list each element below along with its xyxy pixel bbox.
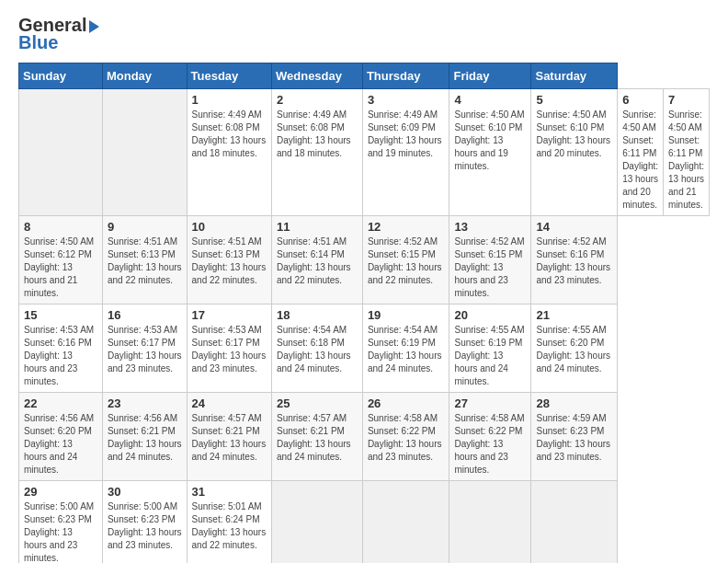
calendar-cell: 14Sunrise: 4:52 AMSunset: 6:16 PMDayligh… bbox=[531, 216, 618, 304]
calendar-cell bbox=[271, 481, 362, 564]
day-number: 22 bbox=[24, 396, 97, 410]
day-number: 7 bbox=[668, 93, 704, 107]
day-number: 25 bbox=[277, 396, 358, 410]
day-info: Sunrise: 4:50 AMSunset: 6:12 PMDaylight:… bbox=[24, 236, 97, 300]
day-number: 31 bbox=[192, 485, 267, 499]
day-info: Sunrise: 4:50 AMSunset: 6:10 PMDaylight:… bbox=[454, 109, 526, 173]
calendar-cell: 10Sunrise: 4:51 AMSunset: 6:13 PMDayligh… bbox=[187, 216, 271, 304]
day-number: 13 bbox=[454, 220, 526, 234]
day-number: 21 bbox=[536, 308, 612, 322]
day-number: 29 bbox=[24, 485, 97, 499]
day-info: Sunrise: 4:50 AMSunset: 6:11 PMDaylight:… bbox=[622, 109, 658, 212]
calendar-cell: 23Sunrise: 4:56 AMSunset: 6:21 PMDayligh… bbox=[102, 393, 187, 481]
day-info: Sunrise: 4:57 AMSunset: 6:21 PMDaylight:… bbox=[277, 412, 358, 464]
calendar-cell: 6Sunrise: 4:50 AMSunset: 6:11 PMDaylight… bbox=[618, 89, 664, 216]
calendar-cell: 19Sunrise: 4:54 AMSunset: 6:19 PMDayligh… bbox=[362, 304, 449, 393]
day-info: Sunrise: 4:49 AMSunset: 6:09 PMDaylight:… bbox=[368, 109, 445, 160]
day-number: 16 bbox=[108, 308, 182, 322]
day-info: Sunrise: 4:58 AMSunset: 6:22 PMDaylight:… bbox=[368, 412, 445, 464]
day-number: 23 bbox=[108, 396, 182, 410]
day-number: 26 bbox=[368, 396, 445, 410]
day-number: 9 bbox=[108, 220, 182, 234]
day-info: Sunrise: 4:49 AMSunset: 6:08 PMDaylight:… bbox=[192, 109, 267, 160]
day-number: 5 bbox=[536, 93, 612, 107]
calendar-cell: 29Sunrise: 5:00 AMSunset: 6:23 PMDayligh… bbox=[19, 481, 103, 564]
calendar-cell bbox=[449, 481, 531, 564]
day-number: 11 bbox=[277, 220, 358, 234]
day-number: 19 bbox=[368, 308, 445, 322]
calendar-cell: 17Sunrise: 4:53 AMSunset: 6:17 PMDayligh… bbox=[187, 304, 271, 393]
day-number: 28 bbox=[536, 396, 612, 410]
calendar-cell: 16Sunrise: 4:53 AMSunset: 6:17 PMDayligh… bbox=[102, 304, 187, 393]
calendar-table: SundayMondayTuesdayWednesdayThursdayFrid… bbox=[18, 63, 710, 563]
logo: General Blue bbox=[18, 15, 99, 53]
calendar-header-row: SundayMondayTuesdayWednesdayThursdayFrid… bbox=[19, 63, 710, 89]
day-info: Sunrise: 4:51 AMSunset: 6:14 PMDaylight:… bbox=[277, 236, 358, 287]
calendar-cell: 28Sunrise: 4:59 AMSunset: 6:23 PMDayligh… bbox=[531, 393, 618, 481]
day-number: 12 bbox=[368, 220, 445, 234]
day-info: Sunrise: 4:54 AMSunset: 6:18 PMDaylight:… bbox=[277, 324, 358, 375]
day-info: Sunrise: 4:50 AMSunset: 6:10 PMDaylight:… bbox=[536, 109, 612, 160]
calendar-cell: 22Sunrise: 4:56 AMSunset: 6:20 PMDayligh… bbox=[19, 393, 103, 481]
calendar-cell: 8Sunrise: 4:50 AMSunset: 6:12 PMDaylight… bbox=[19, 216, 103, 304]
calendar-week-row: 8Sunrise: 4:50 AMSunset: 6:12 PMDaylight… bbox=[19, 216, 710, 304]
weekday-header-sunday: Sunday bbox=[19, 63, 103, 89]
day-number: 8 bbox=[24, 220, 97, 234]
calendar-cell: 20Sunrise: 4:55 AMSunset: 6:19 PMDayligh… bbox=[449, 304, 531, 393]
calendar-cell: 3Sunrise: 4:49 AMSunset: 6:09 PMDaylight… bbox=[362, 89, 449, 216]
day-number: 6 bbox=[622, 93, 658, 107]
calendar-week-row: 1Sunrise: 4:49 AMSunset: 6:08 PMDaylight… bbox=[19, 89, 710, 216]
calendar-cell: 24Sunrise: 4:57 AMSunset: 6:21 PMDayligh… bbox=[187, 393, 271, 481]
day-info: Sunrise: 4:53 AMSunset: 6:17 PMDaylight:… bbox=[192, 324, 267, 375]
calendar-cell: 13Sunrise: 4:52 AMSunset: 6:15 PMDayligh… bbox=[449, 216, 531, 304]
logo-arrow-icon bbox=[89, 20, 99, 33]
day-info: Sunrise: 4:52 AMSunset: 6:15 PMDaylight:… bbox=[368, 236, 445, 287]
day-number: 3 bbox=[368, 93, 445, 107]
day-info: Sunrise: 4:55 AMSunset: 6:20 PMDaylight:… bbox=[536, 324, 612, 375]
calendar-cell: 9Sunrise: 4:51 AMSunset: 6:13 PMDaylight… bbox=[102, 216, 187, 304]
calendar-cell: 11Sunrise: 4:51 AMSunset: 6:14 PMDayligh… bbox=[271, 216, 362, 304]
calendar-cell: 12Sunrise: 4:52 AMSunset: 6:15 PMDayligh… bbox=[362, 216, 449, 304]
calendar-cell bbox=[362, 481, 449, 564]
weekday-header-wednesday: Wednesday bbox=[271, 63, 362, 89]
calendar-cell: 27Sunrise: 4:58 AMSunset: 6:22 PMDayligh… bbox=[449, 393, 531, 481]
day-number: 18 bbox=[277, 308, 358, 322]
weekday-header-tuesday: Tuesday bbox=[187, 63, 271, 89]
day-info: Sunrise: 4:55 AMSunset: 6:19 PMDaylight:… bbox=[454, 324, 526, 388]
day-info: Sunrise: 4:53 AMSunset: 6:17 PMDaylight:… bbox=[108, 324, 182, 375]
calendar-week-row: 22Sunrise: 4:56 AMSunset: 6:20 PMDayligh… bbox=[19, 393, 710, 481]
day-number: 10 bbox=[192, 220, 267, 234]
page-header: General Blue bbox=[18, 15, 710, 53]
day-info: Sunrise: 4:56 AMSunset: 6:20 PMDaylight:… bbox=[24, 412, 97, 477]
day-number: 14 bbox=[536, 220, 612, 234]
calendar-cell: 7Sunrise: 4:50 AMSunset: 6:11 PMDaylight… bbox=[664, 89, 710, 216]
weekday-header-friday: Friday bbox=[449, 63, 531, 89]
day-info: Sunrise: 4:54 AMSunset: 6:19 PMDaylight:… bbox=[368, 324, 445, 375]
calendar-cell bbox=[102, 89, 187, 216]
calendar-cell: 31Sunrise: 5:01 AMSunset: 6:24 PMDayligh… bbox=[187, 481, 271, 564]
day-info: Sunrise: 4:49 AMSunset: 6:08 PMDaylight:… bbox=[277, 109, 358, 160]
day-info: Sunrise: 4:50 AMSunset: 6:11 PMDaylight:… bbox=[668, 109, 704, 212]
day-info: Sunrise: 4:52 AMSunset: 6:15 PMDaylight:… bbox=[454, 236, 526, 300]
calendar-cell bbox=[531, 481, 618, 564]
day-info: Sunrise: 5:00 AMSunset: 6:23 PMDaylight:… bbox=[24, 500, 97, 563]
day-number: 15 bbox=[24, 308, 97, 322]
day-number: 2 bbox=[277, 93, 358, 107]
day-info: Sunrise: 5:00 AMSunset: 6:23 PMDaylight:… bbox=[108, 500, 182, 552]
calendar-cell bbox=[19, 89, 103, 216]
day-info: Sunrise: 4:56 AMSunset: 6:21 PMDaylight:… bbox=[108, 412, 182, 464]
calendar-cell: 2Sunrise: 4:49 AMSunset: 6:08 PMDaylight… bbox=[271, 89, 362, 216]
day-number: 24 bbox=[192, 396, 267, 410]
day-number: 17 bbox=[192, 308, 267, 322]
day-info: Sunrise: 4:51 AMSunset: 6:13 PMDaylight:… bbox=[192, 236, 267, 287]
calendar-cell: 15Sunrise: 4:53 AMSunset: 6:16 PMDayligh… bbox=[19, 304, 103, 393]
day-info: Sunrise: 4:59 AMSunset: 6:23 PMDaylight:… bbox=[536, 412, 612, 464]
day-number: 20 bbox=[454, 308, 526, 322]
day-info: Sunrise: 4:52 AMSunset: 6:16 PMDaylight:… bbox=[536, 236, 612, 287]
day-number: 30 bbox=[108, 485, 182, 499]
day-info: Sunrise: 4:51 AMSunset: 6:13 PMDaylight:… bbox=[108, 236, 182, 287]
calendar-week-row: 29Sunrise: 5:00 AMSunset: 6:23 PMDayligh… bbox=[19, 481, 710, 564]
day-info: Sunrise: 4:57 AMSunset: 6:21 PMDaylight:… bbox=[192, 412, 267, 464]
weekday-header-saturday: Saturday bbox=[531, 63, 618, 89]
calendar-week-row: 15Sunrise: 4:53 AMSunset: 6:16 PMDayligh… bbox=[19, 304, 710, 393]
